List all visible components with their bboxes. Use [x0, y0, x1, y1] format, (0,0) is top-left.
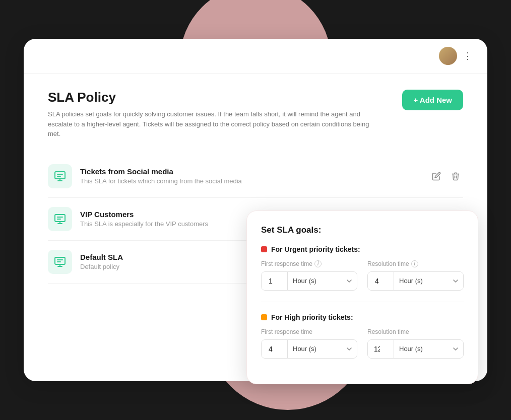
- high-first-response-unit[interactable]: Hour (s) Day (s) Week (s): [288, 340, 357, 358]
- high-priority-section: For High priority tickets: First respons…: [261, 313, 464, 359]
- high-resolution-unit[interactable]: Hour (s) Day (s) Week (s): [394, 340, 463, 358]
- urgent-resolution-input-row: Hour (s) Day (s) Week (s): [367, 271, 464, 291]
- urgent-resolution-group: Resolution time i Hour (s) Day (s) Week …: [367, 260, 464, 291]
- page-header: SLA Policy SLA policies set goals for qu…: [48, 90, 463, 139]
- info-icon-1: i: [314, 260, 322, 267]
- high-priority-label: For High priority tickets:: [261, 313, 464, 321]
- sla-goals-panel: Set SLA goals: For Urgent priority ticke…: [246, 211, 478, 384]
- policy-icon-1: [48, 164, 72, 188]
- header-actions: ⋮: [439, 47, 475, 65]
- policy-desc-1: This SLA for tickets which coming from t…: [80, 177, 429, 185]
- urgent-resolution-label: Resolution time i: [367, 260, 464, 267]
- urgent-first-response-group: First response time i Hour (s) Day (s) W…: [261, 260, 357, 291]
- page-description: SLA policies set goals for quickly solvi…: [48, 109, 380, 139]
- policy-actions-1: [429, 169, 463, 184]
- page-title: SLA Policy: [48, 90, 380, 105]
- urgent-first-response-number[interactable]: [262, 272, 288, 290]
- more-icon[interactable]: ⋮: [461, 48, 475, 63]
- high-resolution-input-row: Hour (s) Day (s) Week (s): [367, 339, 464, 359]
- policy-info-1: Tickets from Social media This SLA for t…: [80, 167, 429, 185]
- urgent-first-response-input-row: Hour (s) Day (s) Week (s): [261, 271, 357, 291]
- svg-rect-6: [55, 257, 65, 264]
- svg-rect-0: [55, 172, 65, 179]
- urgent-resolution-unit[interactable]: Hour (s) Day (s) Week (s): [394, 272, 463, 290]
- content-area: SLA Policy SLA policies set goals for qu…: [24, 74, 487, 300]
- sla-panel-title: Set SLA goals:: [261, 225, 464, 235]
- high-resolution-label: Resolution time: [367, 328, 464, 335]
- delete-button-1[interactable]: [448, 169, 463, 184]
- high-first-response-group: First response time Hour (s) Day (s) Wee…: [261, 328, 357, 359]
- info-icon-2: i: [411, 260, 418, 267]
- urgent-resolution-number[interactable]: [368, 272, 394, 290]
- policy-list: Tickets from Social media This SLA for t…: [48, 155, 463, 284]
- page-title-section: SLA Policy SLA policies set goals for qu…: [48, 90, 380, 139]
- policy-icon-2: [48, 207, 72, 231]
- high-resolution-number[interactable]: [368, 340, 394, 358]
- urgent-time-fields: First response time i Hour (s) Day (s) W…: [261, 260, 464, 291]
- main-card: ⋮ SLA Policy SLA policies set goals for …: [24, 39, 487, 381]
- urgent-priority-section: For Urgent priority tickets: First respo…: [261, 245, 464, 291]
- policy-item: Tickets from Social media This SLA for t…: [48, 155, 463, 198]
- policy-icon-3: [48, 250, 72, 274]
- high-first-response-label: First response time: [261, 328, 357, 335]
- urgent-dot: [261, 246, 267, 252]
- edit-button-1[interactable]: [429, 169, 444, 184]
- priority-divider: [261, 302, 464, 302]
- high-resolution-group: Resolution time Hour (s) Day (s) Week (s…: [367, 328, 464, 359]
- avatar[interactable]: [439, 47, 457, 65]
- high-dot: [261, 314, 267, 320]
- urgent-first-response-label: First response time i: [261, 260, 357, 267]
- add-new-button[interactable]: + Add New: [402, 90, 463, 110]
- policy-name-1: Tickets from Social media: [80, 167, 429, 176]
- urgent-first-response-unit[interactable]: Hour (s) Day (s) Week (s): [288, 272, 357, 290]
- urgent-priority-label: For Urgent priority tickets:: [261, 245, 464, 253]
- avatar-image: [439, 47, 457, 65]
- svg-rect-3: [55, 215, 65, 222]
- header-bar: ⋮: [24, 39, 487, 74]
- high-first-response-input-row: Hour (s) Day (s) Week (s): [261, 339, 357, 359]
- high-time-fields: First response time Hour (s) Day (s) Wee…: [261, 328, 464, 359]
- app-container: ⋮ SLA Policy SLA policies set goals for …: [0, 0, 511, 420]
- high-first-response-number[interactable]: [262, 340, 288, 358]
